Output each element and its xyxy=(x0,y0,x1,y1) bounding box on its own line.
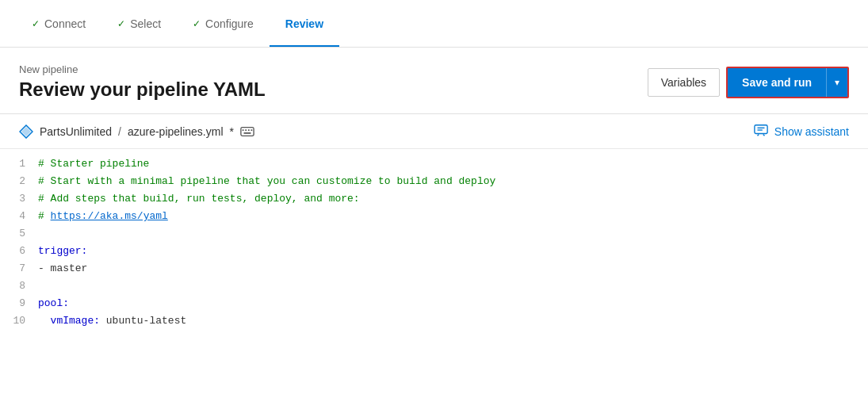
code-line-1: 1 # Starter pipeline xyxy=(0,155,868,173)
code-line-3: 3 # Add steps that build, run tests, dep… xyxy=(0,190,868,208)
code-content-7: - master xyxy=(38,260,868,278)
code-line-7: 7 - master xyxy=(0,260,868,278)
line-number-9: 9 xyxy=(0,295,38,312)
tab-configure-label: Configure xyxy=(205,17,254,30)
tab-select-label: Select xyxy=(130,17,161,30)
code-line-2: 2 # Start with a minimal pipeline that y… xyxy=(0,173,868,190)
svg-rect-4 xyxy=(245,129,247,131)
check-configure: ✓ xyxy=(193,18,201,29)
line-number-10: 10 xyxy=(0,312,38,330)
tab-configure[interactable]: ✓ Configure xyxy=(177,0,270,47)
svg-line-11 xyxy=(757,134,759,136)
editor-breadcrumb: PartsUnlimited / azure-pipelines.yml * xyxy=(19,124,254,139)
code-line-8: 8 xyxy=(0,278,868,295)
svg-rect-2 xyxy=(241,127,254,136)
code-content-9: pool: xyxy=(38,295,868,312)
breadcrumb: New pipeline xyxy=(19,63,266,75)
nav-tabs-container: ✓ Connect ✓ Select ✓ Configure Review xyxy=(0,0,868,48)
save-run-group: Save and run ▾ xyxy=(726,67,849,98)
vmimage-value: ubuntu-latest xyxy=(100,315,186,327)
save-run-dropdown-button[interactable]: ▾ xyxy=(826,68,847,97)
project-name: PartsUnlimited xyxy=(40,125,112,138)
line-number-5: 5 xyxy=(0,225,38,243)
variables-button[interactable]: Variables xyxy=(648,68,720,97)
line-number-6: 6 xyxy=(0,243,38,260)
line-number-3: 3 xyxy=(0,190,38,208)
code-content-4: # https://aka.ms/yaml xyxy=(38,208,868,225)
editor-toolbar: PartsUnlimited / azure-pipelines.yml * xyxy=(0,114,868,149)
code-line-9: 9 pool: xyxy=(0,295,868,312)
svg-rect-3 xyxy=(243,129,244,131)
pipeline-filename: azure-pipelines.yml xyxy=(128,125,224,138)
diamond-icon xyxy=(19,124,33,139)
svg-rect-5 xyxy=(248,129,250,131)
page-title: Review your pipeline YAML xyxy=(19,78,266,101)
assistant-icon xyxy=(754,124,768,139)
code-content-2: # Start with a minimal pipeline that you… xyxy=(38,173,868,190)
line-number-4: 4 xyxy=(0,208,38,225)
header-actions: Variables Save and run ▾ xyxy=(648,67,849,98)
code-line-10: 10 vmImage: ubuntu-latest xyxy=(0,312,868,330)
line-number-8: 8 xyxy=(0,278,38,295)
line-number-2: 2 xyxy=(0,173,38,190)
show-assistant-button[interactable]: Show assistant xyxy=(754,124,849,139)
code-content-3: # Add steps that build, run tests, deplo… xyxy=(38,190,868,208)
vmimage-key: vmImage: xyxy=(38,315,100,327)
comment-hash-4: # xyxy=(38,210,51,222)
tab-review[interactable]: Review xyxy=(270,0,339,47)
dash-master: - master xyxy=(38,262,87,274)
code-content-1: # Starter pipeline xyxy=(38,155,868,173)
chevron-down-icon: ▾ xyxy=(835,77,839,88)
edit-filename-icon[interactable] xyxy=(240,126,254,137)
svg-rect-8 xyxy=(755,125,767,134)
tab-review-label: Review xyxy=(285,17,323,30)
breadcrumb-separator: / xyxy=(118,125,121,138)
code-content-8 xyxy=(38,278,868,295)
svg-rect-6 xyxy=(250,129,252,131)
code-line-6: 6 trigger: xyxy=(0,243,868,260)
file-modified-indicator: * xyxy=(230,125,234,138)
check-select: ✓ xyxy=(117,18,125,29)
svg-line-12 xyxy=(763,134,765,136)
code-editor: 1 # Starter pipeline 2 # Start with a mi… xyxy=(0,149,868,336)
code-line-5: 5 xyxy=(0,225,868,243)
line-number-7: 7 xyxy=(0,260,38,278)
code-content-6: trigger: xyxy=(38,243,868,260)
code-line-4: 4 # https://aka.ms/yaml xyxy=(0,208,868,225)
header-section: New pipeline Review your pipeline YAML V… xyxy=(0,48,868,114)
code-content-10: vmImage: ubuntu-latest xyxy=(38,312,868,330)
yaml-link[interactable]: https://aka.ms/yaml xyxy=(51,210,168,222)
line-number-1: 1 xyxy=(0,155,38,173)
tab-select[interactable]: ✓ Select xyxy=(101,0,177,47)
svg-rect-7 xyxy=(243,132,250,133)
save-and-run-button[interactable]: Save and run xyxy=(728,68,826,97)
tab-connect[interactable]: ✓ Connect xyxy=(16,0,101,47)
show-assistant-label: Show assistant xyxy=(774,125,849,138)
editor-area: PartsUnlimited / azure-pipelines.yml * xyxy=(0,114,868,336)
header-left: New pipeline Review your pipeline YAML xyxy=(19,63,266,101)
code-content-5 xyxy=(38,225,868,243)
tab-connect-label: Connect xyxy=(44,17,86,30)
check-connect: ✓ xyxy=(32,18,40,29)
